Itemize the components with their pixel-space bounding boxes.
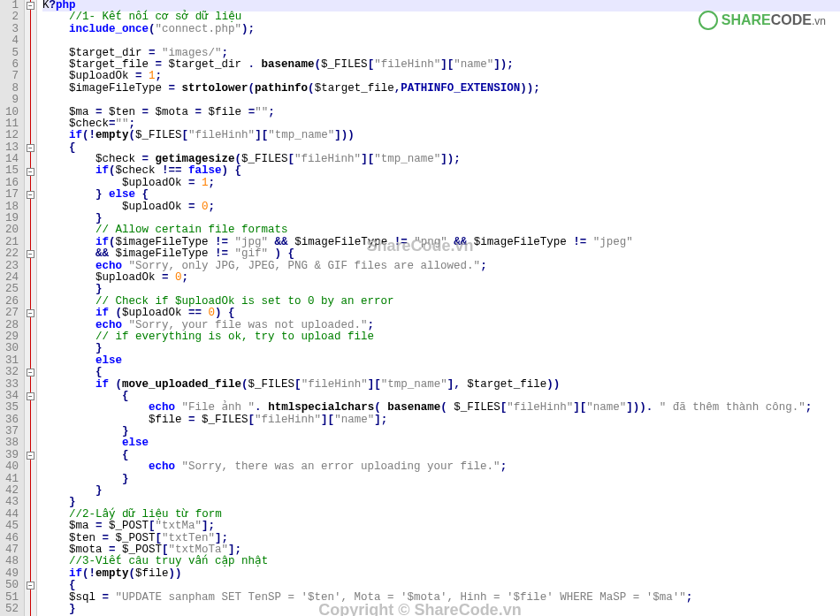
token-punct: ; (686, 591, 693, 604)
token-str: "fileHinh" (507, 401, 573, 414)
code-line[interactable]: $sql = "UPDATE sanpham SET TenSP = '$ten… (42, 592, 840, 604)
code-line[interactable]: //2-Lấy dữ liệu từ form (42, 509, 840, 521)
fold-toggle[interactable]: − (27, 309, 34, 317)
code-line[interactable]: } (42, 604, 840, 615)
line-number: 28 (4, 320, 19, 331)
code-line[interactable]: } (42, 213, 840, 224)
code-line[interactable]: $target_dir = "images/"; (42, 48, 840, 59)
token-var: $check (69, 118, 109, 130)
fold-toggle[interactable]: − (27, 392, 34, 400)
code-line[interactable]: // Allow certain file formats (42, 224, 840, 236)
code-line[interactable]: if($check !== false) { (42, 165, 840, 177)
token-punct: [ (182, 129, 189, 141)
logo-code: CODE (771, 12, 812, 27)
code-line[interactable]: } (42, 485, 840, 497)
code-line[interactable] (42, 35, 840, 47)
code-line[interactable]: if(!empty($file)) (42, 568, 840, 580)
code-line[interactable]: && $imageFileType != "gif" ) { (42, 248, 840, 260)
code-line[interactable]: } (42, 426, 840, 437)
code-line[interactable]: // Check if $uploadOk is set to 0 by an … (42, 296, 840, 308)
token-var: $mota (69, 544, 103, 556)
logo-text: SHARECODE.vn (722, 12, 826, 28)
code-line[interactable]: $check=""; (42, 118, 840, 130)
code-area[interactable]: K?php //1- Kết nối cơ sở dữ liệu include… (37, 0, 840, 616)
fold-toggle[interactable]: − (27, 191, 34, 199)
token-punct: ; (209, 201, 216, 213)
token-var: $_FILES (241, 153, 288, 165)
fold-toggle[interactable]: − (27, 250, 34, 258)
token-punct: { (122, 390, 129, 402)
token-punct: { (95, 366, 103, 378)
code-line[interactable]: echo "Sorry, there was an error uploadin… (42, 461, 840, 473)
token-punct: ) { (215, 307, 235, 319)
line-number: 13 (4, 142, 19, 154)
code-line[interactable]: { (42, 367, 840, 378)
line-number: 34 (4, 391, 19, 402)
token-punct: } (122, 473, 129, 485)
code-line[interactable]: echo "Sorry, your file was not uploaded.… (42, 320, 840, 331)
code-line[interactable]: { (42, 580, 840, 591)
code-line[interactable]: // if everything is ok, try to upload fi… (42, 331, 840, 343)
token-op: = (95, 591, 116, 604)
line-number: 43 (4, 497, 19, 508)
code-line[interactable]: echo "File ảnh ". htmlspecialchars( base… (42, 402, 840, 414)
code-line[interactable]: $ma = $ten = $mota = $file =""; (42, 107, 840, 118)
token-punct: ]; (202, 520, 215, 532)
code-line[interactable] (42, 95, 840, 106)
code-line[interactable]: { (42, 142, 840, 154)
token-kw: if (69, 567, 82, 580)
code-line[interactable]: $uploadOk = 1; (42, 71, 840, 82)
token-kw: include_once (69, 23, 149, 35)
code-line[interactable]: else (42, 437, 840, 449)
token-punct: ]; (374, 414, 387, 426)
code-line[interactable]: if (move_uploaded_file($_FILES["fileHinh… (42, 379, 840, 391)
code-line[interactable]: if(!empty($_FILES["fileHinh"]["tmp_name"… (42, 130, 840, 141)
code-line[interactable]: echo "Sorry, only JPG, JPEG, PNG & GIF f… (42, 261, 840, 272)
code-line[interactable]: { (42, 450, 840, 461)
token-punct: } (95, 212, 103, 224)
token-num: 0 (209, 307, 216, 319)
fold-toggle[interactable]: − (27, 2, 34, 10)
token-str: "" (255, 106, 268, 118)
code-line[interactable]: } (42, 497, 840, 508)
line-number: 51 (4, 592, 19, 604)
token-comment: // Allow certain file formats (95, 224, 288, 236)
line-number: 46 (4, 533, 19, 544)
fold-toggle[interactable]: − (27, 369, 34, 376)
code-line[interactable]: else (42, 355, 840, 367)
token-str: "fileHinh" (374, 58, 440, 71)
token-punct: ; (222, 47, 229, 59)
code-line[interactable]: $ten = $_POST["txtTen"]; (42, 533, 840, 544)
token-var: $_FILES (321, 58, 368, 71)
code-line[interactable]: //3-Viết câu truy vấn cập nhật (42, 556, 840, 567)
code-line[interactable]: $uploadOk = 1; (42, 178, 840, 189)
fold-toggle[interactable]: − (27, 582, 34, 589)
code-line[interactable]: $ma = $_POST["txtMa"]; (42, 521, 840, 532)
token-punct: ; (209, 177, 216, 189)
code-line[interactable]: } (42, 284, 840, 295)
fold-toggle[interactable]: − (27, 452, 34, 460)
code-line[interactable]: $check = getimagesize($_FILES["fileHinh"… (42, 154, 840, 165)
line-number: 25 (4, 284, 19, 295)
code-line[interactable]: } else { (42, 189, 840, 201)
token-punct: ]); (493, 58, 514, 71)
token-punct: ][ (368, 378, 381, 391)
line-number: 41 (4, 474, 19, 485)
code-line[interactable]: } (42, 343, 840, 354)
code-line[interactable]: if ($uploadOk == 0) { (42, 308, 840, 319)
code-line[interactable]: $file = $_FILES["fileHinh"]["name"]; (42, 414, 840, 426)
code-line[interactable]: if($imageFileType != "jpg" && $imageFile… (42, 237, 840, 248)
fold-toggle[interactable]: − (27, 168, 34, 176)
code-line[interactable]: $uploadOk = 0; (42, 272, 840, 284)
token-op: = (241, 106, 255, 118)
code-line[interactable]: $target_file = $target_dir . basename($_… (42, 59, 840, 71)
code-line[interactable]: $imageFileType = strtolower(pathinfo($ta… (42, 83, 840, 95)
token-punct: ( (374, 401, 387, 414)
token-punct: } (69, 496, 76, 508)
token-op: && (447, 236, 474, 248)
token-var: $target_dir (69, 47, 142, 59)
token-punct: { (122, 449, 129, 461)
code-line[interactable]: } (42, 474, 840, 485)
code-line[interactable]: $uploadOk = 0; (42, 202, 840, 213)
fold-toggle[interactable]: − (27, 144, 34, 152)
